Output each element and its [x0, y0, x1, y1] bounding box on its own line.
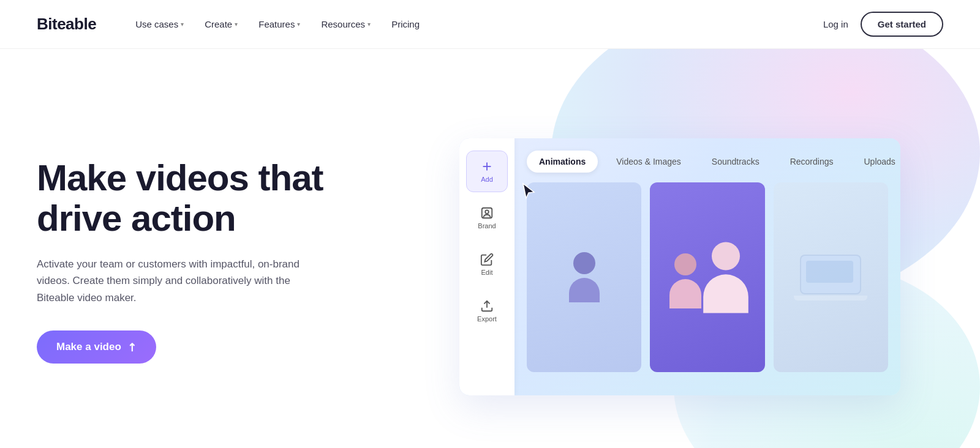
hero-title: Make videos that drive action: [37, 158, 392, 239]
avatar-head-2a: [674, 253, 696, 275]
sidebar-brand-tool[interactable]: Brand: [466, 197, 508, 239]
avatar-body-2b: [703, 274, 748, 313]
navbar: Biteable Use cases ▾ Create ▾ Features ▾…: [0, 0, 980, 49]
animation-card-3[interactable]: [774, 182, 888, 372]
plus-icon: [480, 160, 494, 173]
chevron-down-icon: ▾: [297, 21, 300, 28]
logo[interactable]: Biteable: [37, 15, 96, 34]
avatar-body: [569, 278, 600, 302]
tab-soundtracks[interactable]: Soundtracks: [699, 151, 772, 173]
add-tool-label: Add: [481, 176, 493, 183]
login-button[interactable]: Log in: [823, 19, 848, 29]
nav-create[interactable]: Create ▾: [196, 14, 246, 34]
arrow-icon: ↗: [124, 339, 140, 355]
animation-card-1[interactable]: [527, 182, 641, 372]
mockup-main: Animations Videos & Images Soundtracks R…: [514, 138, 900, 395]
edit-icon: [480, 253, 494, 266]
two-people-illustration: [669, 247, 745, 308]
tab-animations[interactable]: Animations: [527, 151, 598, 173]
cursor-icon: [521, 182, 538, 200]
laptop-screen: [800, 255, 861, 294]
mockup-cards: [527, 182, 888, 372]
avatar-head-2b: [712, 242, 740, 270]
hero-content-left: Make videos that drive action Activate y…: [37, 158, 392, 364]
tab-videos-images[interactable]: Videos & Images: [604, 151, 693, 173]
export-icon: [480, 299, 494, 313]
nav-links: Use cases ▾ Create ▾ Features ▾ Resource…: [127, 14, 823, 34]
nav-use-cases[interactable]: Use cases ▾: [127, 14, 192, 34]
hero-mockup: Add Brand Edit: [392, 126, 943, 395]
nav-resources[interactable]: Resources ▾: [312, 14, 379, 34]
get-started-button[interactable]: Get started: [861, 12, 943, 37]
avatar-figure-2b: [703, 242, 748, 313]
laptop-screen-content: [806, 261, 853, 283]
chevron-down-icon: ▾: [235, 21, 238, 28]
brand-icon: [480, 206, 494, 220]
card-1-illustration: [527, 182, 641, 372]
edit-tool-label: Edit: [481, 269, 493, 276]
chevron-down-icon: ▾: [181, 21, 184, 28]
brand-tool-label: Brand: [478, 222, 496, 230]
sidebar-edit-tool[interactable]: Edit: [466, 244, 508, 285]
cta-button[interactable]: Make a video ↗: [37, 330, 156, 364]
nav-features[interactable]: Features ▾: [250, 14, 309, 34]
laptop-illustration: [794, 255, 867, 301]
avatar-figure-2a: [669, 253, 701, 308]
card-2-illustration: [650, 182, 764, 372]
card-3-illustration: [774, 182, 888, 372]
tab-uploads[interactable]: Uploads: [851, 151, 900, 173]
avatar-body-2a: [669, 279, 701, 308]
tab-recordings[interactable]: Recordings: [778, 151, 846, 173]
avatar-figure-1: [569, 252, 600, 302]
sidebar-add-tool[interactable]: Add: [466, 151, 508, 192]
nav-right: Log in Get started: [823, 12, 943, 37]
chevron-down-icon: ▾: [368, 21, 371, 28]
laptop-base: [794, 296, 867, 301]
avatar-head: [573, 252, 595, 274]
mockup-window: Add Brand Edit: [459, 138, 900, 395]
hero-subtitle: Activate your team or customers with imp…: [37, 256, 306, 306]
mockup-sidebar: Add Brand Edit: [459, 138, 514, 395]
export-tool-label: Export: [477, 315, 497, 323]
brand-name: Biteable: [37, 15, 96, 33]
animation-card-2[interactable]: [650, 182, 764, 372]
sidebar-export-tool[interactable]: Export: [466, 290, 508, 332]
svg-point-3: [485, 210, 489, 214]
hero-section: Make videos that drive action Activate y…: [0, 49, 980, 448]
nav-pricing[interactable]: Pricing: [383, 14, 428, 34]
mockup-tabs: Animations Videos & Images Soundtracks R…: [527, 151, 888, 173]
